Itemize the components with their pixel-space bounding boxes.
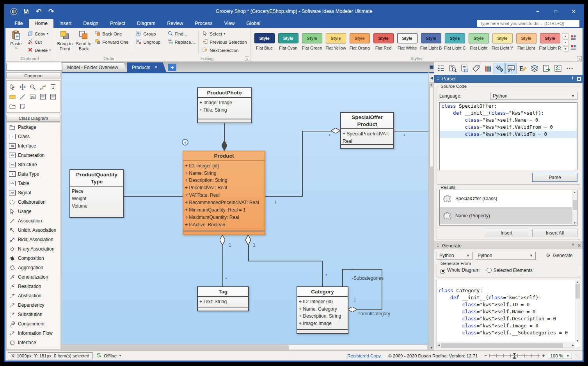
sidebar-item-containment[interactable]: Containment	[7, 319, 60, 329]
style-preset-4[interactable]: StyleFlat Orang	[350, 33, 370, 55]
style-set-icon[interactable]	[570, 35, 576, 42]
sidebar-item-structure[interactable]: xsxStructure	[7, 160, 60, 169]
styles-expand-button[interactable]: ▼	[563, 46, 568, 52]
radio-whole-diagram[interactable]: Whole Diagram	[440, 267, 480, 274]
insert-tool[interactable]	[48, 82, 58, 92]
layers-icon[interactable]	[529, 63, 540, 74]
colors-icon[interactable]	[482, 63, 493, 74]
model-tree-icon[interactable]	[435, 63, 446, 74]
diagram-canvas[interactable]: ProductPhoto+ Image: Image+ Title: Strin…	[62, 73, 428, 344]
minimize-button[interactable]: −	[529, 4, 547, 19]
textlines-tool[interactable]	[38, 92, 48, 101]
style-preset-11[interactable]: StyleFlat Light	[516, 33, 536, 55]
generated-code-vscrollbar[interactable]: ▲▼	[575, 280, 580, 343]
sidebar-item-information-flow[interactable]: Information Flow	[7, 329, 60, 338]
styles-scroll-down-button[interactable]: ▼	[563, 39, 568, 45]
style-manager-icon[interactable]	[570, 44, 576, 52]
result-item[interactable]: Name (Property)	[440, 207, 577, 224]
generated-code-view[interactable]: class Category: def __init__(class="kws"…	[437, 280, 580, 348]
language-dropdown[interactable]: Python▼	[490, 92, 577, 100]
offline-status[interactable]: Offline ▼	[96, 352, 122, 359]
styles-scroll-up-button[interactable]: ▲	[563, 33, 568, 39]
cut-button[interactable]: Cut	[26, 38, 52, 46]
parse-button[interactable]: Parse	[532, 173, 577, 182]
documentation-icon[interactable]	[458, 63, 470, 74]
back-one-button[interactable]: Back One	[93, 30, 130, 37]
textlines-tool[interactable]	[48, 92, 58, 101]
style-preset-5[interactable]: StyleFlat Red	[373, 33, 394, 55]
class-Category[interactable]: Category+ ID: Integer {id}+ Name: Catego…	[297, 286, 348, 334]
generate-template-dropdown[interactable]: Python▼	[475, 252, 536, 260]
sidebar-item-interface[interactable]: Interface	[7, 338, 60, 347]
toolbox-section-class-diagram[interactable]: Class Diagram	[6, 115, 60, 122]
zoom-out-button[interactable]: −	[484, 353, 487, 359]
style-preset-10[interactable]: StyleFlat Light Y	[492, 33, 513, 55]
group-button[interactable]: Group	[134, 30, 162, 37]
select-button[interactable]: Select▾	[201, 30, 248, 37]
generated-code-hscrollbar[interactable]: ◀▶	[437, 343, 575, 348]
cursor-tool[interactable]	[7, 82, 18, 92]
class-ProductQuantityType[interactable]: ProductQuantityTypePieceWeightVolume	[69, 169, 124, 218]
sidebar-item-n-ary-association[interactable]: N-ary Association	[7, 244, 60, 254]
sidebar-item-interface[interactable]: cbInterface	[7, 141, 60, 151]
sidebar-item-generalization[interactable]: Generalization	[7, 272, 60, 282]
insert-all-button[interactable]: Insert All	[532, 229, 577, 237]
forward-one-button[interactable]: Forward One	[93, 38, 130, 46]
zoom-slider[interactable]: − +	[484, 353, 545, 359]
sidebar-item-substitution[interactable]: Substitution	[7, 310, 60, 319]
magnifier-tool[interactable]	[28, 82, 38, 92]
menu-tab-file[interactable]: File	[9, 19, 29, 28]
pin-icon[interactable]	[570, 76, 575, 82]
class-Product[interactable]: Product+ ID: Integer {id}+ Name: String+…	[183, 151, 265, 235]
app-logo-icon[interactable]	[9, 7, 18, 16]
elbow-tool[interactable]	[38, 82, 48, 92]
registered-copy-link[interactable]: Registered Copy.	[347, 354, 382, 358]
results-scrollbar[interactable]: ▲▼	[572, 190, 577, 225]
sidebar-item-usage[interactable]: Usage	[7, 207, 60, 216]
menu-tab-review[interactable]: Review	[161, 19, 189, 28]
tasks-icon[interactable]	[552, 63, 563, 74]
maximize-button[interactable]: □	[547, 4, 565, 19]
ungroup-button[interactable]: Ungroup	[134, 38, 162, 46]
style-preset-2[interactable]: StyleFlat Green	[302, 33, 322, 55]
menu-tab-diagram[interactable]: Diagram	[131, 19, 161, 28]
sidebar-item-composition[interactable]: Composition	[7, 254, 60, 263]
zoom-level-dropdown[interactable]: 100 %▼	[548, 353, 572, 359]
sidebar-item-class[interactable]: cClass	[7, 132, 60, 141]
sidebar-item-abstraction[interactable]: Abstraction	[7, 291, 60, 300]
export-icon[interactable]	[540, 63, 552, 74]
textbox-tool[interactable]: [a]	[28, 92, 38, 101]
collapse-right-panel-button[interactable]: ◀	[430, 73, 433, 82]
bring-to-front-button[interactable]: Bring to Front	[56, 29, 74, 53]
settings-icon[interactable]	[494, 63, 505, 74]
document-tab-model-folder-overview[interactable]: Model - Folder Overview	[62, 62, 127, 72]
source-code-editor[interactable]: class SpecialOffer: def __init__(class="…	[439, 102, 577, 170]
style-preset-0[interactable]: StyleFlat Blue	[254, 33, 275, 55]
styles-dialog-launcher[interactable]: ⇘	[577, 56, 582, 61]
menu-tab-process[interactable]: Process	[189, 19, 218, 28]
class-Tag[interactable]: Tag+ Text: String	[197, 286, 249, 311]
sidebar-item-bidir-association[interactable]: Bidir. Association	[7, 235, 60, 244]
close-panel-icon[interactable]: ✕	[577, 243, 581, 248]
command-search-input[interactable]	[477, 20, 579, 27]
parser-panel-header[interactable]: Parser	[434, 75, 583, 83]
generate-panel-header[interactable]: Generate ✕	[434, 242, 583, 249]
generate-language-dropdown[interactable]: Python▼	[437, 252, 473, 260]
style-preset-7[interactable]: StyleFlat Light B	[421, 33, 441, 55]
search-results-icon[interactable]	[447, 63, 458, 74]
style-preset-6[interactable]: StyleFlat White	[397, 33, 417, 55]
close-tab-icon[interactable]: ✕	[154, 65, 158, 70]
menu-tab-design[interactable]: Design	[77, 19, 104, 28]
close-button[interactable]: ✕	[565, 4, 583, 19]
sidebar-item-aggregation[interactable]: Aggregation	[7, 263, 60, 272]
menu-tab-home[interactable]: Home	[29, 19, 53, 28]
next-selection-button[interactable]: Next Selection	[201, 46, 248, 54]
sidebar-item-package[interactable]: Package	[7, 123, 60, 132]
paste-button[interactable]: Paste▾	[7, 29, 25, 51]
toolbox-search-input[interactable]	[6, 63, 66, 71]
scroll-down-arrow[interactable]: ▼	[430, 345, 433, 350]
folder-tool[interactable]	[7, 101, 18, 111]
parser-icon[interactable]	[505, 63, 517, 74]
sidebar-item-unidir-association[interactable]: Unidir. Association	[7, 226, 60, 235]
insert-button[interactable]: Insert	[484, 229, 529, 237]
